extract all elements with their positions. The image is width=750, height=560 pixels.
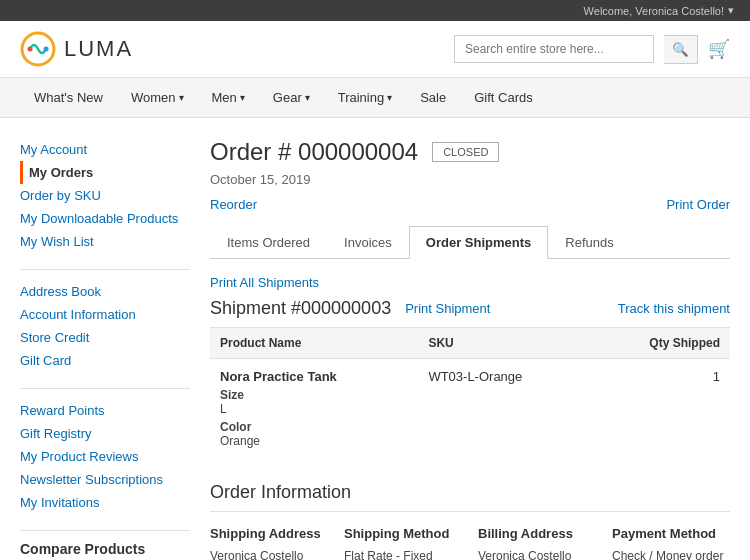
payment-method-text: Check / Money order <box>612 547 730 560</box>
sidebar-item-account-information[interactable]: Account Information <box>20 303 190 326</box>
sidebar-divider <box>20 269 190 270</box>
print-shipment-link[interactable]: Print Shipment <box>405 301 490 316</box>
reorder-link[interactable]: Reorder <box>210 197 257 212</box>
account-chevron[interactable]: ▾ <box>728 4 734 17</box>
print-all-shipments[interactable]: Print All Shipments <box>210 275 319 290</box>
sidebar-section-details: Address Book Account Information Store C… <box>20 280 190 372</box>
sidebar-item-order-by-sku[interactable]: Order by SKU <box>20 184 190 207</box>
sku-cell: WT03-L-Orange <box>418 359 592 459</box>
sidebar-item-newsletter[interactable]: Newsletter Subscriptions <box>20 468 190 491</box>
qty-shipped-cell: 1 <box>592 359 730 459</box>
sidebar: My Account My Orders Order by SKU My Dow… <box>20 138 190 560</box>
track-shipment-link[interactable]: Track this shipment <box>618 301 730 316</box>
option-value-color: Orange <box>220 434 408 448</box>
option-label-color: Color <box>220 420 408 434</box>
welcome-text[interactable]: Welcome, Veronica Costello! <box>584 5 724 17</box>
main-content: My Account My Orders Order by SKU My Dow… <box>0 118 750 560</box>
logo[interactable]: LUMA <box>20 31 133 67</box>
nav-item-women[interactable]: Women▾ <box>117 78 198 117</box>
sidebar-item-my-orders[interactable]: My Orders <box>20 161 190 184</box>
shipping-method-title: Shipping Method <box>344 526 462 541</box>
sidebar-item-gift-registry[interactable]: Gift Registry <box>20 422 190 445</box>
nav-item-sale[interactable]: Sale <box>406 78 460 117</box>
top-bar: Welcome, Veronica Costello! ▾ <box>0 0 750 21</box>
order-date: October 15, 2019 <box>210 172 730 187</box>
shipment-title: Shipment #000000003 <box>210 298 391 319</box>
payment-method-title: Payment Method <box>612 526 730 541</box>
nav-item-whats-new[interactable]: What's New <box>20 78 117 117</box>
sidebar-item-store-credit[interactable]: Store Credit <box>20 326 190 349</box>
payment-method-section: Payment Method Check / Money order <box>612 526 730 560</box>
sidebar-item-downloadable-products[interactable]: My Downloadable Products <box>20 207 190 230</box>
logo-text: LUMA <box>64 36 133 62</box>
order-content: Order # 000000004 CLOSED October 15, 201… <box>210 138 730 560</box>
search-button[interactable]: 🔍 <box>664 35 698 64</box>
chevron-down-icon: ▾ <box>305 92 310 103</box>
billing-address-text: Veronica Costello 6146 Honey Bluff Parkw… <box>478 547 596 560</box>
billing-address-section: Billing Address Veronica Costello 6146 H… <box>478 526 596 560</box>
main-nav: What's New Women▾ Men▾ Gear▾ Training▾ S… <box>0 78 750 118</box>
sidebar-divider-2 <box>20 388 190 389</box>
chevron-down-icon: ▾ <box>387 92 392 103</box>
nav-item-gear[interactable]: Gear▾ <box>259 78 324 117</box>
col-product-name: Product Name <box>210 328 418 359</box>
print-order-link[interactable]: Print Order <box>666 197 730 212</box>
order-information: Order Information Shipping Address Veron… <box>210 482 730 560</box>
shipment-header: Shipment #000000003 Print Shipment Track… <box>210 298 730 319</box>
shipping-address-section: Shipping Address Veronica Costello 6146 … <box>210 526 328 560</box>
order-info-grid: Shipping Address Veronica Costello 6146 … <box>210 526 730 560</box>
nav-item-men[interactable]: Men▾ <box>198 78 259 117</box>
table-row: Nora Practice Tank Size L Color Orange W… <box>210 359 730 459</box>
header: LUMA 🔍 🛒 <box>0 21 750 78</box>
tab-refunds[interactable]: Refunds <box>548 226 630 259</box>
order-title: Order # 000000004 <box>210 138 418 166</box>
sidebar-section-account: My Account My Orders Order by SKU My Dow… <box>20 138 190 253</box>
compare-title: Compare Products <box>20 541 190 557</box>
shipping-method-text: Flat Rate - Fixed <box>344 547 462 560</box>
billing-address-title: Billing Address <box>478 526 596 541</box>
sidebar-compare: Compare Products You have no items to co… <box>20 541 190 560</box>
order-info-title: Order Information <box>210 482 730 512</box>
sidebar-section-extras: Reward Points Gift Registry My Product R… <box>20 399 190 514</box>
order-tabs: Items Ordered Invoices Order Shipments R… <box>210 226 730 259</box>
col-qty-shipped: Qty Shipped <box>592 328 730 359</box>
sidebar-item-address-book[interactable]: Address Book <box>20 280 190 303</box>
tab-invoices[interactable]: Invoices <box>327 226 409 259</box>
svg-point-2 <box>44 47 49 52</box>
tab-order-shipments[interactable]: Order Shipments <box>409 226 548 259</box>
shipping-method-section: Shipping Method Flat Rate - Fixed <box>344 526 462 560</box>
sidebar-item-product-reviews[interactable]: My Product Reviews <box>20 445 190 468</box>
shipment-table: Product Name SKU Qty Shipped Nora Practi… <box>210 327 730 458</box>
sidebar-item-wish-list[interactable]: My Wish List <box>20 230 190 253</box>
chevron-down-icon: ▾ <box>179 92 184 103</box>
tab-items-ordered[interactable]: Items Ordered <box>210 226 327 259</box>
print-all-shipments-link: Print All Shipments <box>210 275 730 290</box>
option-value-size: L <box>220 402 408 416</box>
cart-icon[interactable]: 🛒 <box>708 38 730 60</box>
order-actions: Reorder Print Order <box>210 197 730 212</box>
order-status-badge: CLOSED <box>432 142 499 162</box>
shipping-address-title: Shipping Address <box>210 526 328 541</box>
logo-icon <box>20 31 56 67</box>
product-name: Nora Practice Tank <box>220 369 408 384</box>
sidebar-item-gilt-card[interactable]: Gilt Card <box>20 349 190 372</box>
svg-point-1 <box>28 47 33 52</box>
search-input[interactable] <box>454 35 654 63</box>
product-cell: Nora Practice Tank Size L Color Orange <box>210 359 418 459</box>
header-right: 🔍 🛒 <box>454 35 730 64</box>
chevron-down-icon: ▾ <box>240 92 245 103</box>
sidebar-item-reward-points[interactable]: Reward Points <box>20 399 190 422</box>
shipping-address-text: Veronica Costello 6146 Honey Bluff Parkw… <box>210 547 328 560</box>
nav-item-gift-cards[interactable]: Gift Cards <box>460 78 547 117</box>
nav-item-training[interactable]: Training▾ <box>324 78 406 117</box>
order-header: Order # 000000004 CLOSED <box>210 138 730 166</box>
sidebar-item-my-account[interactable]: My Account <box>20 138 190 161</box>
sidebar-divider-3 <box>20 530 190 531</box>
sidebar-item-invitations[interactable]: My Invitations <box>20 491 190 514</box>
option-label-size: Size <box>220 388 408 402</box>
col-sku: SKU <box>418 328 592 359</box>
